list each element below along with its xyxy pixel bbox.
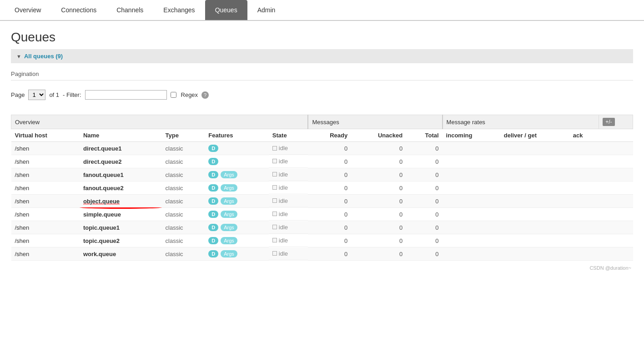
cell-incoming xyxy=(443,142,500,155)
cell-features: DArgs xyxy=(205,195,269,208)
nav-item-admin[interactable]: Admin xyxy=(247,0,286,20)
cell-unacked: 0 xyxy=(351,195,406,208)
cell-state: idle xyxy=(269,168,308,181)
cell-name[interactable]: work.queue xyxy=(80,247,162,261)
page-content: Queues ▼ All queues (9) Pagination Page … xyxy=(0,21,644,280)
help-button[interactable]: ? xyxy=(201,91,209,99)
cell-incoming xyxy=(443,168,500,182)
nav-item-exchanges[interactable]: Exchanges xyxy=(153,0,205,20)
cell-extra xyxy=(599,234,633,247)
feature-badge-args: Args xyxy=(221,224,237,231)
cell-incoming xyxy=(443,221,500,234)
cell-deliver-get xyxy=(500,142,569,155)
queue-name-link[interactable]: fanout.queue1 xyxy=(83,171,124,178)
feature-badge-d: D xyxy=(208,211,218,218)
queue-name-link[interactable]: direct.queue2 xyxy=(83,158,122,165)
table-row: /shensimple.queueclassicDArgsidle000 xyxy=(11,208,633,221)
cell-extra xyxy=(599,221,633,234)
table-row: /shentopic.queue2classicDArgsidle000 xyxy=(11,234,633,247)
col-header-row: Virtual host Name Type Features State Re… xyxy=(11,129,633,142)
table-row: /shendirect.queue2classicDidle000 xyxy=(11,155,633,168)
state-icon xyxy=(272,225,277,229)
messages-group-header: Messages xyxy=(308,115,442,129)
table-row: /shenfanout.queue1classicDArgsidle000 xyxy=(11,168,633,182)
cell-ack xyxy=(569,221,599,234)
cell-name[interactable]: direct.queue2 xyxy=(80,155,162,168)
pagination-controls: Page 1 of 1 - Filter: Regex ? xyxy=(11,84,633,106)
queue-name-link[interactable]: simple.queue xyxy=(83,211,121,218)
cell-name[interactable]: simple.queue xyxy=(80,208,162,221)
cell-unacked: 0 xyxy=(351,168,406,182)
nav-item-channels[interactable]: Channels xyxy=(106,0,153,20)
cell-state: idle xyxy=(269,208,308,221)
cell-ack xyxy=(569,168,599,182)
feature-badge-d: D xyxy=(208,224,218,231)
cell-type: classic xyxy=(162,221,205,234)
cell-ready: 0 xyxy=(308,208,351,221)
cell-state: idle xyxy=(269,221,308,234)
top-nav: OverviewConnectionsChannelsExchangesQueu… xyxy=(0,0,644,21)
cell-features: DArgs xyxy=(205,247,269,261)
state-text: idle xyxy=(279,211,288,217)
cell-vhost: /shen xyxy=(11,221,80,234)
col-features: Features xyxy=(205,129,269,142)
state-icon xyxy=(272,159,277,163)
filter-input[interactable] xyxy=(85,90,167,100)
cell-name[interactable]: fanout.queue1 xyxy=(80,168,162,182)
cell-ready: 0 xyxy=(308,247,351,261)
nav-item-connections[interactable]: Connections xyxy=(51,0,106,20)
col-ack: ack xyxy=(569,129,599,142)
feature-badge-args: Args xyxy=(221,171,237,178)
cell-name[interactable]: topic.queue2 xyxy=(80,234,162,247)
nav-item-overview[interactable]: Overview xyxy=(5,0,51,20)
cell-vhost: /shen xyxy=(11,247,80,261)
state-text: idle xyxy=(279,184,288,191)
cell-name[interactable]: object.queue xyxy=(80,195,162,208)
page-select[interactable]: 1 xyxy=(28,90,45,100)
cell-deliver-get xyxy=(500,195,569,208)
cell-type: classic xyxy=(162,234,205,247)
nav-item-queues[interactable]: Queues xyxy=(205,0,247,20)
table-row: /shenfanout.queue2classicDArgsidle000 xyxy=(11,182,633,195)
state-text: idle xyxy=(279,237,288,244)
col-state: State xyxy=(269,129,308,142)
queue-name-link[interactable]: fanout.queue2 xyxy=(83,185,124,192)
cell-type: classic xyxy=(162,168,205,182)
plus-minus-button[interactable]: +/- xyxy=(603,118,614,126)
filter-label: - Filter: xyxy=(63,91,81,98)
cell-total: 0 xyxy=(406,247,442,261)
cell-ack xyxy=(569,182,599,195)
section-header[interactable]: ▼ All queues (9) xyxy=(11,49,633,63)
cell-ready: 0 xyxy=(308,234,351,247)
col-unacked: Unacked xyxy=(351,129,406,142)
col-total: Total xyxy=(406,129,442,142)
queue-name-link[interactable]: work.queue xyxy=(83,251,116,257)
cell-ready: 0 xyxy=(308,182,351,195)
cell-total: 0 xyxy=(406,195,442,208)
cell-unacked: 0 xyxy=(351,182,406,195)
of-text: of 1 xyxy=(49,91,59,98)
section-title: All queues (9) xyxy=(24,53,63,60)
feature-badge-d: D xyxy=(208,197,218,205)
feature-badge-args: Args xyxy=(221,250,237,257)
watermark: CSDN @duration~ xyxy=(11,265,633,271)
regex-checkbox[interactable] xyxy=(171,92,176,98)
table-row: /shenobject.queueclassicDArgsidle000 xyxy=(11,195,633,208)
cell-total: 0 xyxy=(406,208,442,221)
queue-name-link[interactable]: topic.queue2 xyxy=(83,237,120,244)
feature-badge-d: D xyxy=(208,158,218,165)
cell-state: idle xyxy=(269,182,308,194)
col-extra xyxy=(599,129,633,142)
cell-name[interactable]: fanout.queue2 xyxy=(80,182,162,195)
queue-name-link[interactable]: direct.queue1 xyxy=(83,145,122,152)
cell-deliver-get xyxy=(500,182,569,195)
queues-table: Overview Messages Message rates +/- Virt… xyxy=(11,115,633,261)
cell-name[interactable]: direct.queue1 xyxy=(80,142,162,155)
queue-name-link[interactable]: object.queue xyxy=(83,198,120,205)
cell-name[interactable]: topic.queue1 xyxy=(80,221,162,234)
queue-name-link[interactable]: topic.queue1 xyxy=(83,224,120,231)
cell-features: DArgs xyxy=(205,182,269,195)
cell-deliver-get xyxy=(500,221,569,234)
cell-total: 0 xyxy=(406,221,442,234)
state-icon xyxy=(272,172,277,176)
